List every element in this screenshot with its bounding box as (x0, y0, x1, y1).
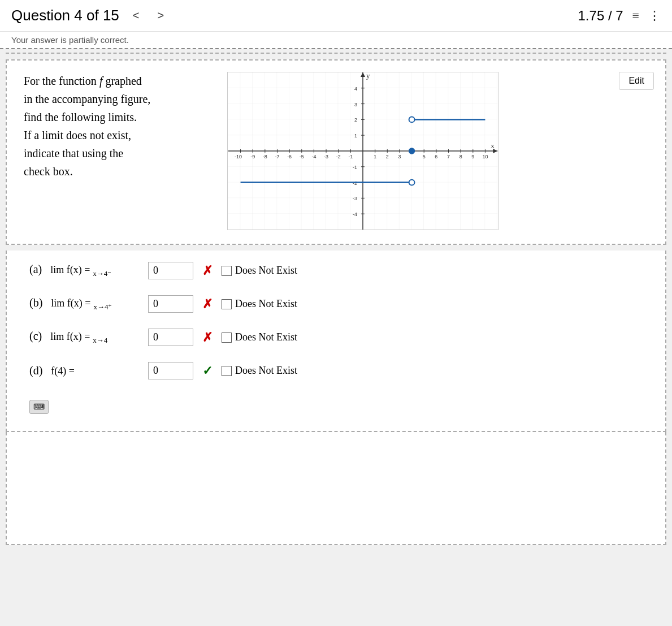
svg-text:-5: -5 (300, 154, 304, 159)
svg-text:-3: -3 (353, 196, 357, 201)
next-button[interactable]: > (153, 7, 169, 24)
keyboard-button[interactable]: ⌨ (29, 400, 49, 414)
dne-checkbox-d[interactable] (222, 366, 232, 376)
answer-input-d[interactable] (148, 362, 193, 379)
dne-label-a: Does Not Exist (235, 265, 297, 277)
answer-input-c[interactable] (148, 329, 193, 346)
svg-text:7: 7 (447, 154, 450, 159)
problem-text: For the function f graphed in the accomp… (24, 72, 216, 180)
svg-text:-1: -1 (348, 154, 353, 159)
svg-text:2: 2 (354, 117, 357, 123)
svg-text:-9: -9 (250, 154, 255, 159)
prev-button[interactable]: < (128, 7, 144, 24)
svg-text:2: 2 (386, 154, 389, 159)
banner-text: Your answer is partially correct. (11, 35, 129, 45)
svg-text:y: y (366, 72, 370, 80)
score-display: 1.75 / 7 (578, 8, 623, 24)
partial-correct-banner: Your answer is partially correct. (0, 32, 672, 49)
svg-point-66 (409, 148, 415, 154)
header-left: Question 4 of 15 < > (11, 7, 168, 24)
svg-text:-1: -1 (353, 165, 357, 170)
dne-label-c: Does Not Exist (235, 331, 297, 343)
question-title: Question 4 of 15 (11, 7, 119, 24)
svg-text:-3: -3 (324, 154, 328, 159)
svg-text:1: 1 (354, 133, 357, 139)
svg-text:1: 1 (374, 154, 376, 159)
svg-text:-6: -6 (287, 154, 292, 159)
svg-text:3: 3 (354, 102, 357, 107)
svg-text:5: 5 (423, 154, 426, 159)
svg-point-65 (409, 116, 415, 122)
svg-text:9: 9 (471, 154, 474, 159)
status-icon-c: ✗ (202, 330, 213, 345)
svg-text:-10: -10 (235, 154, 242, 159)
svg-text:4: 4 (354, 86, 357, 92)
status-icon-a: ✗ (202, 264, 213, 278)
dne-label-d: Does Not Exist (235, 365, 297, 377)
answer-row-c: (c) lim f(x) = x→4 ✗ Does Not Exist (29, 329, 643, 346)
answer-label-c: (c) lim f(x) = x→4 (29, 330, 142, 345)
answer-row-a: (a) lim f(x) = x→4⁻ ✗ Does Not Exist (29, 262, 643, 279)
answer-input-b[interactable] (148, 295, 193, 313)
answer-row-b: (b) lim f(x) = x→4⁺ ✗ Does Not Exist (29, 295, 643, 313)
svg-point-63 (409, 180, 415, 185)
svg-text:10: 10 (482, 154, 488, 159)
answer-input-a[interactable] (148, 262, 193, 279)
dne-checkbox-wrap-b: Does Not Exist (222, 298, 297, 310)
svg-text:-4: -4 (311, 154, 316, 159)
dne-label-b: Does Not Exist (235, 298, 297, 310)
answer-label-b: (b) lim f(x) = x→4⁺ (29, 296, 142, 312)
menu-icon[interactable]: ≡ (632, 8, 639, 23)
header-right: 1.75 / 7 ≡ ⋮ (578, 8, 661, 24)
graph-area: y x -10 -9 -8 -7 -6 (227, 72, 648, 232)
bottom-area (6, 432, 666, 545)
more-options-icon[interactable]: ⋮ (648, 8, 661, 23)
dne-checkbox-b[interactable] (222, 299, 232, 309)
svg-text:8: 8 (459, 154, 462, 159)
svg-text:6: 6 (435, 154, 437, 159)
status-icon-b: ✗ (202, 297, 213, 312)
answer-row-d: (d) f(4) = ✓ Does Not Exist (29, 362, 643, 379)
svg-text:3: 3 (398, 154, 401, 159)
svg-text:-2: -2 (336, 154, 341, 159)
svg-text:-8: -8 (263, 154, 267, 159)
svg-text:-4: -4 (353, 211, 357, 217)
problem-description: For the function f graphed in the accomp… (24, 72, 216, 232)
svg-text:-7: -7 (275, 154, 280, 159)
header: Question 4 of 15 < > 1.75 / 7 ≡ ⋮ (0, 0, 672, 32)
dne-checkbox-wrap-c: Does Not Exist (222, 331, 297, 343)
function-graph: y x -10 -9 -8 -7 -6 (227, 72, 498, 230)
answers-section: (a) lim f(x) = x→4⁻ ✗ Does Not Exist (b)… (6, 251, 666, 432)
edit-button[interactable]: Edit (619, 72, 654, 90)
svg-text:x: x (491, 142, 495, 150)
answer-label-d: (d) f(4) = (29, 364, 142, 377)
status-icon-d: ✓ (202, 364, 213, 378)
dne-checkbox-c[interactable] (222, 333, 232, 343)
dne-checkbox-wrap-a: Does Not Exist (222, 265, 297, 277)
main-content: For the function f graphed in the accomp… (6, 59, 666, 245)
dne-checkbox-a[interactable] (222, 266, 232, 276)
answer-label-a: (a) lim f(x) = x→4⁻ (29, 263, 142, 278)
dne-checkbox-wrap-d: Does Not Exist (222, 365, 297, 377)
